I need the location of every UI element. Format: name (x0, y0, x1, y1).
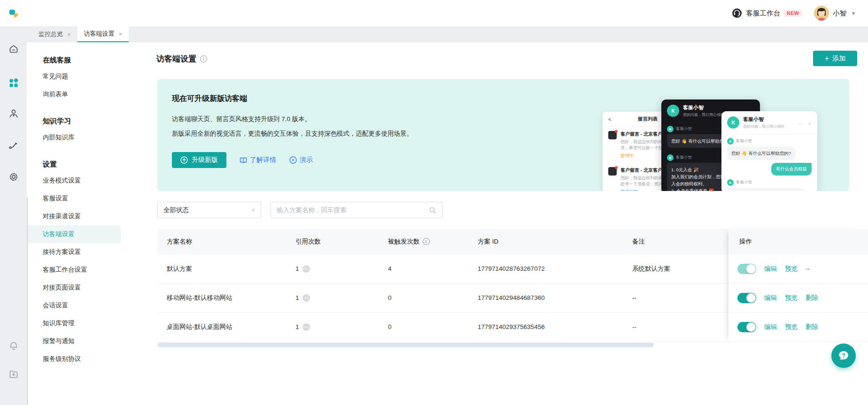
sidebar-item-reception-plan[interactable]: 接待方案设置 (27, 243, 121, 261)
col-header-triggered-count: 被触发次数 i (388, 237, 478, 246)
status-filter-select[interactable]: 全部状态 ∨ (157, 202, 261, 218)
mock-chat-bubble: 您好 👋 有什么可以帮助您的? (727, 146, 795, 160)
sidebar-menu: 在线客服 常见问题 询前表单 知识学习 内部知识库 设置 业务模式设置 客服设置… (27, 42, 121, 368)
sidebar-item-visitor-settings[interactable]: 访客端设置 (27, 225, 121, 243)
delete-link[interactable]: 删除 (806, 323, 818, 331)
search-icon[interactable] (429, 206, 436, 214)
svg-text:?: ? (842, 352, 845, 359)
sidebar-heading-knowledge: 知识学习 (27, 114, 121, 129)
cell-cited-count: 1 (295, 294, 388, 302)
mock-light-chat-panel: K 客服小智 您的问题，我们用心倾听 … ⌄ K 客服小智 您好 👋 有什么可以… (721, 111, 817, 191)
sidebar-item-agent-settings[interactable]: 客服设置 (27, 190, 121, 207)
banner-actions: 升级新版 了解详情 演示 (172, 152, 313, 168)
edit-link[interactable]: 编辑 (764, 294, 777, 302)
enable-toggle[interactable] (737, 264, 756, 274)
mock-msg-label: K 客服小智 (727, 179, 817, 186)
cell-triggered-count: 4 (388, 265, 478, 272)
cell-plan-id: 1779714029375635456 (478, 323, 632, 330)
sidebar-scrollbar[interactable] (27, 197, 28, 405)
close-icon[interactable]: × (119, 31, 123, 38)
help-button[interactable]: ? (831, 344, 856, 368)
learn-more-link[interactable]: 了解详情 (240, 156, 276, 164)
avatar: K (727, 138, 734, 145)
message-icon (608, 131, 617, 139)
more-icon[interactable] (302, 294, 310, 302)
mock-list-title: 留言列表 (638, 116, 658, 122)
add-button[interactable]: + 添加 (813, 51, 857, 66)
page-title: 访客端设置 (156, 53, 196, 64)
close-icon[interactable]: × (67, 31, 71, 38)
search-input[interactable] (277, 206, 429, 214)
edit-link[interactable]: 编辑 (764, 323, 777, 331)
upgrade-arrow-icon (180, 156, 188, 164)
demo-link[interactable]: 演示 (289, 156, 313, 164)
page-info-icon[interactable]: i (200, 55, 207, 62)
sidebar-item-business-mode[interactable]: 业务模式设置 (27, 172, 121, 190)
settings-gear-icon[interactable] (8, 171, 20, 183)
plus-icon: + (825, 55, 829, 62)
upgrade-button[interactable]: 升级新版 (172, 152, 226, 168)
sidebar-item-internal-kb[interactable]: 内部知识库 (27, 129, 121, 146)
preview-link[interactable]: 预览 (785, 294, 798, 302)
apps-grid-icon[interactable] (8, 77, 20, 89)
actions-row: 编辑 预览 -- (728, 254, 868, 283)
user-avatar[interactable] (814, 6, 829, 21)
banner-title: 现在可升级新版访客端 (172, 94, 247, 104)
chevron-down-icon[interactable]: ▼ (851, 11, 856, 16)
table-row: 移动网站-默认移动网站 1 0 1779714029484687360 -- (157, 283, 728, 313)
user-name[interactable]: 小智 (833, 9, 846, 18)
table-row: 桌面网站-默认桌面网站 1 0 1779714029375635456 -- (157, 313, 728, 342)
horizontal-scrollbar[interactable] (157, 343, 654, 347)
delete-link[interactable]: 删除 (806, 294, 818, 302)
more-icon[interactable] (302, 265, 310, 273)
notifications-bell-icon[interactable] (8, 340, 20, 352)
brand-logo-icon (8, 8, 20, 20)
mock-msg-label: K 客服小智 (727, 138, 817, 145)
more-icon[interactable] (302, 323, 310, 331)
preview-link[interactable]: 预览 (785, 265, 798, 273)
triggered-info-icon[interactable]: i (423, 238, 430, 245)
tab-visitor-settings[interactable]: 访客端设置 × (78, 26, 129, 42)
sidebar-item-channel-settings[interactable]: 对接渠道设置 (27, 207, 121, 225)
home-icon[interactable] (8, 43, 20, 55)
cell-plan-id: 1779714028763267072 (478, 265, 632, 272)
avatar: K (667, 154, 674, 161)
enable-toggle[interactable] (737, 293, 756, 303)
sidebar-item-workbench-settings[interactable]: 客服工作台设置 (27, 261, 121, 279)
sidebar-item-sla[interactable]: 服务级别协议 (27, 350, 121, 368)
tab-monitor-overview[interactable]: 监控总览 × (32, 26, 78, 42)
agent-icon[interactable] (8, 107, 20, 120)
table-header-row: 方案名称 引用次数 被触发次数 i 方案 ID 备注 (157, 229, 728, 254)
actions-row: 编辑 预览 删除 (728, 313, 868, 342)
col-header-cited-count: 引用次数 (295, 237, 388, 246)
workbench-link[interactable]: 客服工作台 (746, 9, 781, 18)
enable-toggle[interactable] (737, 322, 756, 332)
sidebar-item-kb-management[interactable]: 知识库管理 (27, 314, 121, 332)
add-button-label: 添加 (832, 54, 845, 63)
tab-bar: 监控总览 × 访客端设置 × (27, 26, 868, 42)
sidebar-item-alerts[interactable]: 报警与通知 (27, 332, 121, 350)
brand-logo[interactable] (6, 6, 22, 22)
sidebar-item-session-settings[interactable]: 会话设置 (27, 297, 121, 314)
col-header-actions: 操作 (728, 229, 868, 254)
cell-plan-name: 默认方案 (167, 265, 295, 273)
cell-remark: -- (632, 294, 728, 301)
chevron-down-icon: ∨ (251, 207, 255, 213)
sidebar-item-faq[interactable]: 常见问题 (27, 68, 121, 85)
top-bar: 客服工作台 NEW 小智 ▼ (0, 0, 868, 26)
sidebar-item-preform[interactable]: 询前表单 (27, 85, 121, 103)
avatar: K (727, 116, 739, 129)
search-box (271, 202, 442, 218)
sidebar-heading-online-service: 在线客服 (27, 53, 121, 68)
back-chevron-icon: < (608, 116, 611, 122)
preview-link[interactable]: 预览 (785, 323, 798, 331)
flow-route-icon[interactable] (8, 139, 20, 151)
cell-remark: 系统默认方案 (632, 265, 728, 273)
avatar: K (667, 126, 674, 132)
chevron-down-icon: ⌄ (808, 120, 812, 125)
sidebar-item-page-settings[interactable]: 对接页面设置 (27, 279, 121, 297)
cell-plan-name: 桌面网站-默认桌面网站 (167, 323, 295, 331)
col-header-plan-id: 方案 ID (478, 237, 632, 246)
download-center-icon[interactable] (8, 368, 20, 380)
edit-link[interactable]: 编辑 (764, 265, 777, 273)
